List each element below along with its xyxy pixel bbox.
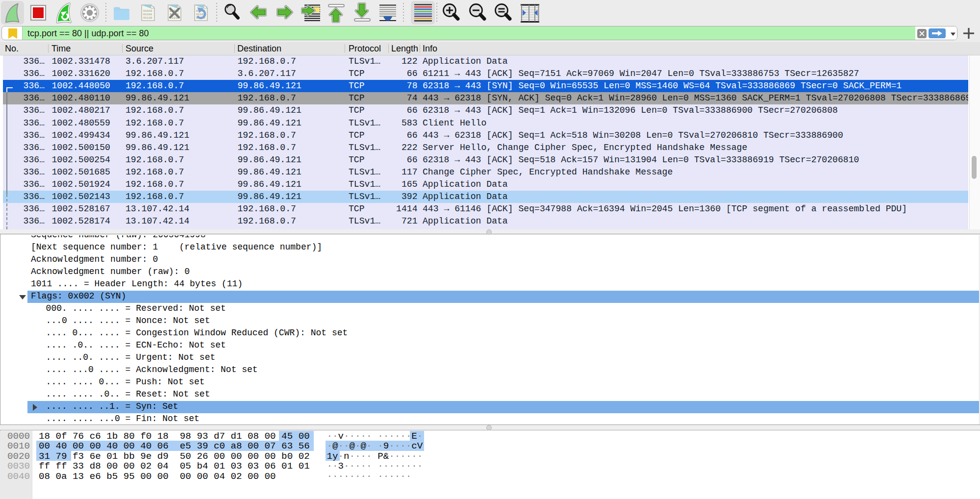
- svg-text:01010: 01010: [143, 9, 152, 13]
- svg-text:01101: 01101: [143, 13, 152, 16]
- svg-text:01110: 01110: [143, 16, 152, 20]
